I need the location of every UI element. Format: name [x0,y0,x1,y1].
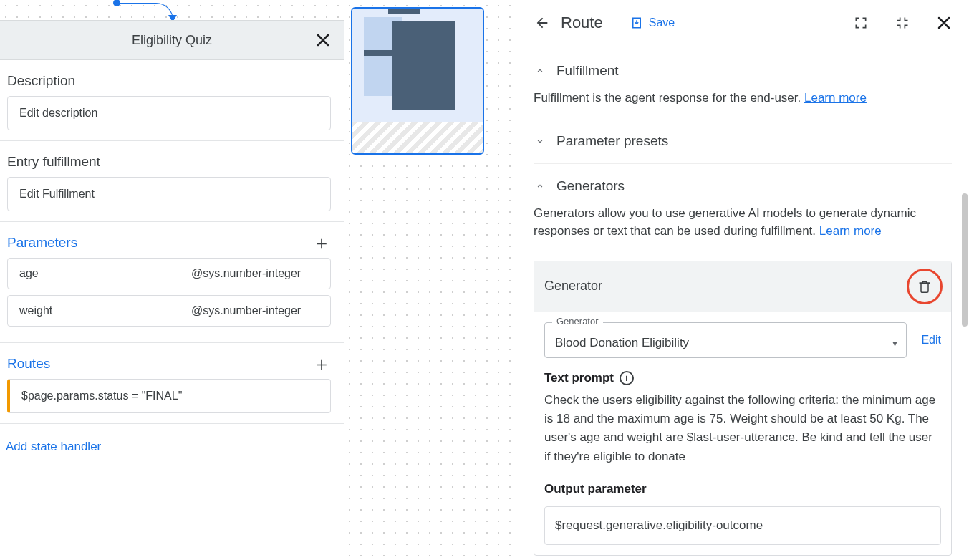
generator-select-value: Blood Donation Eligibility [555,336,689,349]
flow-node-thumbnail[interactable] [351,7,484,155]
add-state-handler-link[interactable]: Add state handler [0,424,344,454]
route-panel-header: Route Save [534,0,952,46]
edit-generator-link[interactable]: Edit [921,334,941,347]
parameter-type: @sys.number-integer [191,267,301,280]
route-condition: $page.params.status = "FINAL" [21,390,182,402]
fulfillment-title: Fulfillment [556,63,619,79]
parameter-name: age [19,267,191,280]
fulfillment-section-header[interactable]: Fulfillment [534,59,952,89]
add-route-icon[interactable]: ＋ [312,352,331,377]
text-prompt-label: Text prompt i [544,371,941,385]
save-label: Save [649,16,675,29]
entry-fulfillment-section: Entry fulfillment Edit Fulfillment [0,141,344,222]
parameter-type: @sys.number-integer [191,304,301,317]
fullscreen-enter-icon[interactable] [853,15,869,31]
generators-section-header[interactable]: Generators [534,174,952,204]
parameter-name: weight [19,304,191,317]
fulfillment-learn-more-link[interactable]: Learn more [804,91,867,105]
generator-select[interactable]: Generator Blood Donation Eligibility ▾ [544,322,907,358]
routes-section: Routes ＋ $page.params.status = "FINAL" [0,343,344,424]
close-panel-icon[interactable] [936,15,952,31]
trash-icon [917,279,932,294]
entry-fulfillment-label: Entry fulfillment [6,147,338,177]
parameters-section: Parameters ＋ age @sys.number-integer wei… [0,222,344,343]
fulfillment-description: Fulfillment is the agent response for th… [534,89,952,123]
page-title: Eligibility Quiz [132,33,212,48]
parameter-presets-title: Parameter presets [556,133,668,149]
page-panel: Eligibility Quiz Description Edit descri… [0,0,344,560]
info-icon[interactable]: i [620,371,634,385]
save-button[interactable]: Save [630,16,675,29]
chevron-down-icon [534,135,546,148]
generators-description: Generators allow you to use generative A… [534,204,952,256]
scrollbar-thumb[interactable] [962,193,968,327]
description-section: Description Edit description [0,60,344,141]
generator-select-label: Generator [552,316,603,327]
chevron-up-icon [534,180,546,193]
text-prompt-value: Check the users eligibility against the … [544,391,941,466]
generators-title: Generators [556,178,625,194]
edit-fulfillment-button[interactable]: Edit Fulfillment [7,177,331,211]
output-parameter-label: Output parameter [544,482,941,496]
route-row[interactable]: $page.params.status = "FINAL" [7,379,331,413]
output-parameter-value: $request.generative.eligibility-outcome [555,518,763,532]
route-title: Route [561,14,603,32]
fullscreen-exit-icon[interactable] [895,15,910,31]
output-parameter-field[interactable]: $request.generative.eligibility-outcome [544,506,941,545]
generator-card: Generator Generator Blood Donation Eligi… [534,261,952,556]
delete-generator-button[interactable] [907,269,943,304]
dropdown-arrow-icon: ▾ [892,337,897,349]
generators-learn-more-link[interactable]: Learn more [819,224,882,238]
routes-label[interactable]: Routes [6,349,50,379]
flow-canvas-thumbnail-area [344,0,519,560]
generator-card-title: Generator [544,279,602,294]
parameter-row[interactable]: weight @sys.number-integer [7,295,331,327]
parameter-row[interactable]: age @sys.number-integer [7,258,331,289]
route-panel: Route Save Fulfillment [519,0,969,560]
parameters-label[interactable]: Parameters [6,228,77,258]
close-icon[interactable] [315,32,331,48]
back-arrow-icon[interactable] [534,14,551,32]
chevron-up-icon [534,64,546,77]
page-header: Eligibility Quiz [0,20,344,60]
edit-description-button[interactable]: Edit description [7,96,331,130]
add-parameter-icon[interactable]: ＋ [312,231,331,256]
parameter-presets-header[interactable]: Parameter presets [534,129,952,152]
description-label: Description [6,66,338,96]
